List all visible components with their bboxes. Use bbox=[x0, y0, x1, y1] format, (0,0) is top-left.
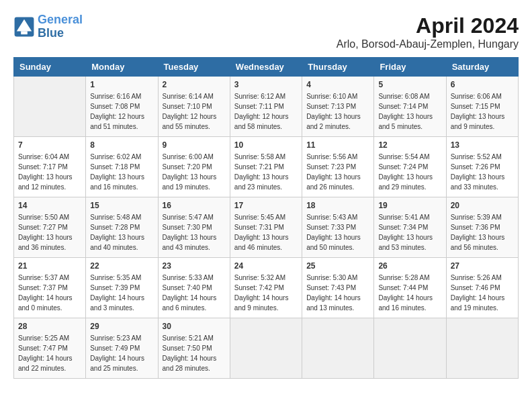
day-info: Sunrise: 5:33 AM Sunset: 7:40 PM Dayligh… bbox=[163, 273, 226, 313]
logo-icon bbox=[13, 16, 35, 38]
day-number: 3 bbox=[234, 80, 298, 89]
week-row-5: 28 Sunrise: 5:25 AM Sunset: 7:47 PM Dayl… bbox=[14, 318, 519, 379]
day-info: Sunrise: 6:16 AM Sunset: 7:08 PM Dayligh… bbox=[90, 91, 153, 132]
day-info: Sunrise: 5:32 AM Sunset: 7:42 PM Dayligh… bbox=[234, 273, 298, 313]
day-info: Sunrise: 5:26 AM Sunset: 7:46 PM Dayligh… bbox=[451, 273, 514, 313]
day-info: Sunrise: 5:58 AM Sunset: 7:21 PM Dayligh… bbox=[234, 152, 298, 192]
day-cell: 7 Sunrise: 6:04 AM Sunset: 7:17 PM Dayli… bbox=[14, 137, 86, 197]
page-header: General Blue April 2024 Arlo, Borsod-Aba… bbox=[13, 13, 519, 50]
day-info: Sunrise: 5:30 AM Sunset: 7:43 PM Dayligh… bbox=[306, 273, 369, 313]
week-row-3: 14 Sunrise: 5:50 AM Sunset: 7:27 PM Dayl… bbox=[14, 197, 519, 258]
day-info: Sunrise: 5:28 AM Sunset: 7:44 PM Dayligh… bbox=[378, 273, 441, 313]
day-cell: 22 Sunrise: 5:35 AM Sunset: 7:39 PM Dayl… bbox=[86, 258, 158, 318]
day-cell: 13 Sunrise: 5:52 AM Sunset: 7:26 PM Dayl… bbox=[446, 137, 518, 197]
day-cell: 16 Sunrise: 5:47 AM Sunset: 7:30 PM Dayl… bbox=[158, 197, 230, 258]
day-info: Sunrise: 6:10 AM Sunset: 7:13 PM Dayligh… bbox=[306, 91, 369, 132]
day-number: 29 bbox=[90, 322, 153, 331]
day-cell: 26 Sunrise: 5:28 AM Sunset: 7:44 PM Dayl… bbox=[374, 258, 446, 318]
day-info: Sunrise: 5:56 AM Sunset: 7:23 PM Dayligh… bbox=[306, 152, 369, 192]
day-info: Sunrise: 5:48 AM Sunset: 7:28 PM Dayligh… bbox=[90, 212, 153, 253]
calendar-header: Sunday Monday Tuesday Wednesday Thursday… bbox=[14, 58, 519, 77]
day-number: 22 bbox=[90, 261, 153, 271]
day-number: 16 bbox=[163, 201, 226, 210]
calendar-title: April 2024 bbox=[337, 13, 519, 38]
day-cell: 29 Sunrise: 5:23 AM Sunset: 7:49 PM Dayl… bbox=[86, 318, 158, 379]
day-info: Sunrise: 6:08 AM Sunset: 7:14 PM Dayligh… bbox=[378, 91, 441, 132]
week-row-1: 1 Sunrise: 6:16 AM Sunset: 7:08 PM Dayli… bbox=[14, 77, 519, 137]
header-wednesday: Wednesday bbox=[230, 58, 302, 77]
day-info: Sunrise: 5:54 AM Sunset: 7:24 PM Dayligh… bbox=[378, 152, 441, 192]
day-cell bbox=[374, 318, 446, 379]
day-number: 12 bbox=[378, 140, 441, 150]
calendar-table: Sunday Monday Tuesday Wednesday Thursday… bbox=[13, 57, 519, 379]
day-cell bbox=[446, 318, 518, 379]
day-cell: 21 Sunrise: 5:37 AM Sunset: 7:37 PM Dayl… bbox=[14, 258, 86, 318]
day-number: 27 bbox=[451, 261, 514, 271]
header-tuesday: Tuesday bbox=[158, 58, 230, 77]
day-number: 9 bbox=[163, 140, 226, 150]
day-cell: 18 Sunrise: 5:43 AM Sunset: 7:33 PM Dayl… bbox=[302, 197, 374, 258]
day-cell: 8 Sunrise: 6:02 AM Sunset: 7:18 PM Dayli… bbox=[86, 137, 158, 197]
day-number: 14 bbox=[18, 201, 81, 210]
day-number: 30 bbox=[163, 322, 226, 331]
day-cell: 5 Sunrise: 6:08 AM Sunset: 7:14 PM Dayli… bbox=[374, 77, 446, 137]
logo-line2: Blue bbox=[38, 26, 64, 40]
header-row: Sunday Monday Tuesday Wednesday Thursday… bbox=[14, 58, 519, 77]
calendar-body: 1 Sunrise: 6:16 AM Sunset: 7:08 PM Dayli… bbox=[14, 77, 519, 379]
day-info: Sunrise: 6:14 AM Sunset: 7:10 PM Dayligh… bbox=[163, 91, 226, 132]
day-info: Sunrise: 5:47 AM Sunset: 7:30 PM Dayligh… bbox=[163, 212, 226, 253]
day-number: 28 bbox=[18, 322, 81, 331]
day-number: 7 bbox=[18, 140, 81, 150]
header-thursday: Thursday bbox=[302, 58, 374, 77]
day-cell: 25 Sunrise: 5:30 AM Sunset: 7:43 PM Dayl… bbox=[302, 258, 374, 318]
day-info: Sunrise: 5:23 AM Sunset: 7:49 PM Dayligh… bbox=[90, 333, 153, 373]
day-cell: 2 Sunrise: 6:14 AM Sunset: 7:10 PM Dayli… bbox=[158, 77, 230, 137]
day-number: 23 bbox=[163, 261, 226, 271]
day-info: Sunrise: 5:35 AM Sunset: 7:39 PM Dayligh… bbox=[90, 273, 153, 313]
day-number: 13 bbox=[451, 140, 514, 150]
day-number: 18 bbox=[306, 201, 369, 210]
day-number: 8 bbox=[90, 140, 153, 150]
day-cell: 1 Sunrise: 6:16 AM Sunset: 7:08 PM Dayli… bbox=[86, 77, 158, 137]
day-number: 6 bbox=[451, 80, 514, 89]
header-friday: Friday bbox=[374, 58, 446, 77]
day-info: Sunrise: 5:37 AM Sunset: 7:37 PM Dayligh… bbox=[18, 273, 81, 313]
calendar-subtitle: Arlo, Borsod-Abauj-Zemplen, Hungary bbox=[337, 38, 519, 50]
day-cell: 23 Sunrise: 5:33 AM Sunset: 7:40 PM Dayl… bbox=[158, 258, 230, 318]
day-cell: 10 Sunrise: 5:58 AM Sunset: 7:21 PM Dayl… bbox=[230, 137, 302, 197]
day-cell: 12 Sunrise: 5:54 AM Sunset: 7:24 PM Dayl… bbox=[374, 137, 446, 197]
day-cell: 24 Sunrise: 5:32 AM Sunset: 7:42 PM Dayl… bbox=[230, 258, 302, 318]
day-number: 20 bbox=[451, 201, 514, 210]
logo-text: General Blue bbox=[38, 13, 83, 40]
svg-rect-2 bbox=[21, 31, 28, 34]
day-number: 26 bbox=[378, 261, 441, 271]
week-row-2: 7 Sunrise: 6:04 AM Sunset: 7:17 PM Dayli… bbox=[14, 137, 519, 197]
header-saturday: Saturday bbox=[446, 58, 518, 77]
day-number: 17 bbox=[234, 201, 298, 210]
day-cell: 15 Sunrise: 5:48 AM Sunset: 7:28 PM Dayl… bbox=[86, 197, 158, 258]
day-cell: 17 Sunrise: 5:45 AM Sunset: 7:31 PM Dayl… bbox=[230, 197, 302, 258]
day-number: 4 bbox=[306, 80, 369, 89]
day-info: Sunrise: 5:21 AM Sunset: 7:50 PM Dayligh… bbox=[163, 333, 226, 373]
title-block: April 2024 Arlo, Borsod-Abauj-Zemplen, H… bbox=[337, 13, 519, 50]
day-info: Sunrise: 5:50 AM Sunset: 7:27 PM Dayligh… bbox=[18, 212, 81, 253]
day-info: Sunrise: 6:04 AM Sunset: 7:17 PM Dayligh… bbox=[18, 152, 81, 192]
day-number: 19 bbox=[378, 201, 441, 210]
day-info: Sunrise: 5:41 AM Sunset: 7:34 PM Dayligh… bbox=[378, 212, 441, 253]
day-number: 10 bbox=[234, 140, 298, 150]
day-number: 24 bbox=[234, 261, 298, 271]
day-cell: 6 Sunrise: 6:06 AM Sunset: 7:15 PM Dayli… bbox=[446, 77, 518, 137]
day-number: 1 bbox=[90, 80, 153, 89]
day-number: 5 bbox=[378, 80, 441, 89]
day-cell: 14 Sunrise: 5:50 AM Sunset: 7:27 PM Dayl… bbox=[14, 197, 86, 258]
logo: General Blue bbox=[13, 13, 83, 40]
week-row-4: 21 Sunrise: 5:37 AM Sunset: 7:37 PM Dayl… bbox=[14, 258, 519, 318]
day-info: Sunrise: 5:52 AM Sunset: 7:26 PM Dayligh… bbox=[451, 152, 514, 192]
day-cell: 19 Sunrise: 5:41 AM Sunset: 7:34 PM Dayl… bbox=[374, 197, 446, 258]
logo-line1: General bbox=[38, 13, 83, 26]
day-info: Sunrise: 5:43 AM Sunset: 7:33 PM Dayligh… bbox=[306, 212, 369, 253]
day-info: Sunrise: 6:02 AM Sunset: 7:18 PM Dayligh… bbox=[90, 152, 153, 192]
day-cell: 4 Sunrise: 6:10 AM Sunset: 7:13 PM Dayli… bbox=[302, 77, 374, 137]
day-number: 15 bbox=[90, 201, 153, 210]
day-number: 25 bbox=[306, 261, 369, 271]
